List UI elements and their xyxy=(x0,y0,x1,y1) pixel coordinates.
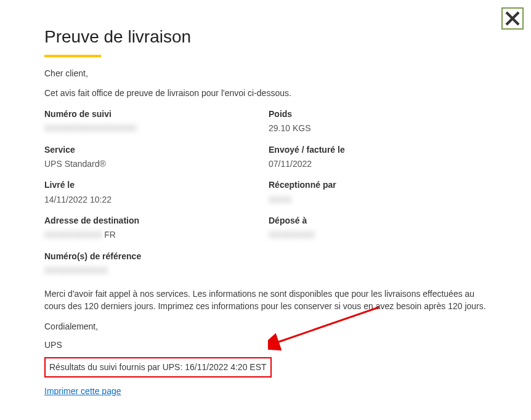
value-received-by: XXXX xyxy=(269,193,291,206)
print-link-row: Imprimer cette page xyxy=(44,385,487,397)
label-received-by: Réceptionné par xyxy=(269,179,487,191)
value-weight: 29.10 KGS xyxy=(269,122,487,134)
page-title: Preuve de livraison xyxy=(44,25,487,56)
intro-text: Cet avis fait office de preuve de livrai… xyxy=(44,87,487,99)
details-grid: Numéro de suivi XXXXXXXXXXXXXXXX Poids 2… xyxy=(44,108,487,277)
greeting-text: Cher client, xyxy=(44,67,487,79)
thanks-text: Merci d'avoir fait appel à nos services.… xyxy=(44,288,487,313)
field-tracking: Numéro de suivi XXXXXXXXXXXXXXXX xyxy=(44,108,262,135)
signoff-text: Cordialement, xyxy=(44,320,487,333)
label-weight: Poids xyxy=(269,108,487,120)
value-dest-addr-prefix: XXXXXXXXXX xyxy=(44,228,102,241)
field-delivered: Livré le 14/11/2022 10:22 xyxy=(44,179,262,206)
value-dest-addr-suffix: FR xyxy=(102,230,116,240)
field-reference: Numéro(s) de référence XXXXXXXXXXX xyxy=(44,250,487,277)
print-page-link[interactable]: Imprimer cette page xyxy=(44,386,121,396)
field-dest-addr: Adresse de destination XXXXXXXXXX FR xyxy=(44,214,262,241)
field-service: Service UPS Standard® xyxy=(44,143,262,171)
close-button[interactable] xyxy=(501,7,524,30)
label-left-at: Déposé à xyxy=(269,214,487,227)
field-left-at: Déposé à XXXXXXXX xyxy=(269,214,487,241)
field-received-by: Réceptionné par XXXX xyxy=(269,179,487,206)
company-text: UPS xyxy=(44,339,487,351)
value-reference: XXXXXXXXXXX xyxy=(44,264,108,277)
value-billed: 07/11/2022 xyxy=(269,158,487,170)
label-service: Service xyxy=(44,143,262,156)
field-weight: Poids 29.10 KGS xyxy=(269,108,487,135)
label-delivered: Livré le xyxy=(44,179,262,191)
label-billed: Envoyé / facturé le xyxy=(269,143,487,156)
label-reference: Numéro(s) de référence xyxy=(44,250,487,262)
value-left-at: XXXXXXXX xyxy=(269,228,315,241)
value-service: UPS Standard® xyxy=(44,158,262,170)
label-dest-addr: Adresse de destination xyxy=(44,214,262,227)
close-icon xyxy=(504,10,521,27)
value-delivered: 14/11/2022 10:22 xyxy=(44,193,262,206)
results-text: Résultats du suivi fournis par UPS: 16/1… xyxy=(49,362,267,372)
document-body: Preuve de livraison Cher client, Cet avi… xyxy=(0,0,531,410)
field-billed: Envoyé / facturé le 07/11/2022 xyxy=(269,143,487,171)
value-tracking: XXXXXXXXXXXXXXXX xyxy=(44,122,136,134)
label-tracking: Numéro de suivi xyxy=(44,108,262,120)
results-highlight-box: Résultats du suivi fournis par UPS: 16/1… xyxy=(44,357,272,377)
